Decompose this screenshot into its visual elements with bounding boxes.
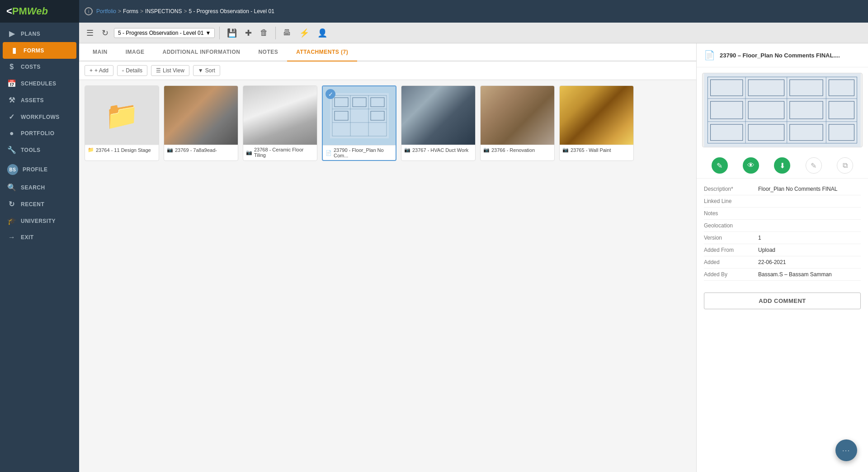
meta-row-description: Description* Floor_Plan No Comments FINA… (704, 183, 861, 195)
gallery-item-23765[interactable]: 📷 23765 - Wall Paint (559, 85, 634, 161)
meta-label: Added (704, 259, 758, 265)
meta-label: Linked Line (704, 198, 758, 204)
sidebar-item-label: Exit (21, 234, 34, 241)
sidebar-item-plans[interactable]: ▶ Plans (0, 25, 79, 42)
portfolio-icon: ● (7, 129, 16, 137)
logo-text: <PMWeb (6, 5, 48, 17)
undo-button[interactable]: ↻ (99, 26, 111, 40)
sidebar-item-workflows[interactable]: ✓ Workflows (0, 109, 79, 125)
sidebar-item-costs[interactable]: $ Costs (0, 59, 79, 75)
gallery-label: 📷 23765 - Wall Paint (560, 145, 633, 155)
lightning-button[interactable]: ⚡ (297, 26, 312, 40)
breadcrumb-inspections: INSPECTIONS (145, 8, 182, 14)
gallery-thumb (243, 86, 317, 145)
list-view-button[interactable]: ☰ List View (151, 65, 189, 76)
tabs-bar: Main Image Additional Information Notes … (79, 43, 696, 61)
tab-additional[interactable]: Additional Information (154, 43, 250, 61)
gallery-item-23766[interactable]: 📷 23766 - Renovation (480, 85, 555, 161)
costs-icon: $ (7, 63, 16, 71)
sidebar-item-label: Plans (21, 31, 40, 37)
gallery-item-23790[interactable]: ✓ (322, 85, 396, 161)
chevron-down-icon: ▼ (205, 30, 211, 36)
print-button[interactable]: 🖶 (280, 26, 294, 39)
gallery-label: 📷 23766 - Renovation (481, 145, 554, 155)
draw-action-button[interactable]: ✎ (806, 157, 822, 174)
gallery-label: 📷 23767 - HVAC Duct Work (401, 145, 475, 155)
logo: <PMWeb (0, 0, 79, 23)
details-icon: ▫ (122, 67, 124, 74)
gallery-item-23769[interactable]: 📷 23769 - 7a8a9ead- (164, 85, 238, 161)
image-icon: 📷 (167, 147, 173, 153)
gallery-label: 📷 23768 - Ceramic Floor Tiling (243, 145, 317, 160)
blueprint-large-preview (703, 73, 862, 147)
meta-value-version: 1 (758, 235, 761, 241)
sidebar-item-assets[interactable]: ⚒ Assets (0, 92, 79, 109)
sidebar-item-label: Recent (21, 201, 44, 208)
details-button[interactable]: ▫ Details (117, 65, 147, 76)
schedules-icon: 📅 (7, 79, 16, 88)
add-comment-button[interactable]: ADD COMMENT (704, 293, 861, 309)
avatar: BS (7, 164, 18, 175)
meta-label: Geolocation (704, 222, 758, 229)
meta-value-added-from: Upload (758, 247, 775, 253)
preview-area (702, 73, 863, 147)
meta-row-notes: Notes (704, 208, 861, 220)
svg-rect-11 (704, 73, 860, 147)
file-title: 23790 – Floor_Plan No Comments FINAL.... (720, 52, 840, 59)
sidebar-item-recent[interactable]: ↻ Recent (0, 196, 79, 212)
action-bar: + + Add ▫ Details ☰ List View ▼ Sort (79, 61, 696, 80)
sidebar-item-portfolio[interactable]: ● Portfolio (0, 125, 79, 142)
gallery-thumb: 📁 (85, 86, 159, 145)
meta-label: Added By (704, 271, 758, 278)
add-attachment-button[interactable]: + + Add (85, 65, 113, 76)
tab-attachments[interactable]: Attachments (7) (287, 43, 357, 61)
meta-label: Notes (704, 210, 758, 217)
breadcrumb-portfolio[interactable]: Portfolio (96, 8, 116, 14)
tab-main[interactable]: Main (84, 43, 117, 61)
tab-notes[interactable]: Notes (249, 43, 287, 61)
svg-rect-0 (330, 93, 389, 138)
main-area: i Portfolio > Forms > INSPECTIONS > 5 - … (79, 0, 868, 472)
exit-icon: → (7, 233, 16, 241)
info-icon[interactable]: i (85, 7, 93, 15)
record-dropdown[interactable]: 5 - Progress Observation - Level 01 ▼ (114, 28, 215, 38)
edit-action-button[interactable]: ✎ (712, 157, 728, 174)
recent-icon: ↻ (7, 200, 16, 208)
sort-button[interactable]: ▼ Sort (193, 65, 220, 76)
user-button[interactable]: 👤 (315, 26, 330, 40)
selected-check-icon: ✓ (326, 89, 335, 99)
meta-label: Description* (704, 186, 758, 192)
sidebar-item-label: Assets (21, 97, 44, 104)
delete-button[interactable]: 🗑 (257, 26, 271, 39)
gallery-thumb (401, 86, 475, 145)
meta-row-version: Version 1 (704, 232, 861, 244)
download-action-button[interactable]: ⬇ (774, 157, 790, 174)
sidebar-item-search[interactable]: 🔍 Search (0, 179, 79, 196)
sidebar-item-university[interactable]: 🎓 University (0, 212, 79, 229)
gallery-item-23767[interactable]: 📷 23767 - HVAC Duct Work (401, 85, 476, 161)
right-panel-header: 📄 23790 – Floor_Plan No Comments FINAL..… (697, 43, 868, 67)
sidebar-item-profile[interactable]: BS Profile (0, 160, 79, 179)
gallery-item-23768[interactable]: 📷 23768 - Ceramic Floor Tiling (243, 85, 317, 161)
sidebar-item-schedules[interactable]: 📅 Schedules (0, 75, 79, 92)
sidebar-item-label: Workflows (21, 114, 60, 120)
gallery-thumb (560, 86, 633, 145)
sidebar-item-label: Profile (23, 166, 48, 173)
gallery-item-23764[interactable]: 📁 📁 23764 - 11 Design Stage (85, 85, 159, 161)
save-button[interactable]: 💾 (224, 26, 240, 40)
add-button[interactable]: ✚ (242, 26, 255, 40)
sidebar-item-forms[interactable]: ▮ Forms (3, 42, 76, 59)
view-action-button[interactable]: 👁 (743, 157, 759, 174)
sidebar-item-exit[interactable]: → Exit (0, 229, 79, 245)
sidebar-item-label: Schedules (21, 80, 57, 87)
separator2 (275, 27, 276, 39)
menu-button[interactable]: ☰ (84, 26, 96, 40)
tab-image[interactable]: Image (117, 43, 154, 61)
gallery-area: 📁 📁 23764 - 11 Design Stage 📷 23769 - 7a… (79, 80, 696, 472)
pdf-file-icon: 📄 (704, 50, 715, 61)
meta-row-added: Added 22-06-2021 (704, 256, 861, 269)
sidebar-item-tools[interactable]: 🔧 Tools (0, 142, 79, 158)
copy-action-button[interactable]: ⧉ (837, 157, 853, 174)
fab-button[interactable]: ∙∙∙ (835, 439, 857, 461)
gallery-thumb (481, 86, 554, 145)
